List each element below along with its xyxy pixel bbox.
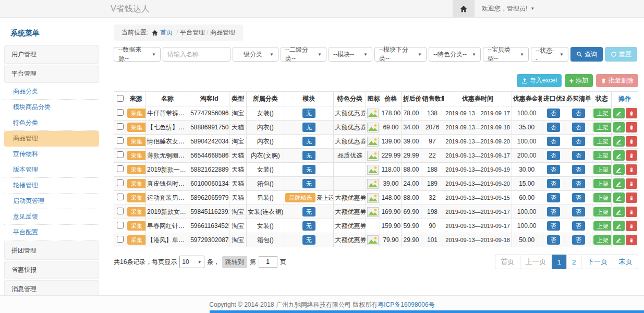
import-excel-button[interactable]: 导入excel: [517, 74, 562, 87]
row-checkbox[interactable]: [117, 151, 124, 158]
edit-button[interactable]: [613, 178, 625, 189]
sidebar-subitem-商品分类[interactable]: 商品分类: [4, 84, 99, 100]
delete-button[interactable]: [626, 164, 637, 175]
must-buy-toggle[interactable]: 否: [572, 165, 585, 175]
filter-select-一级分类[interactable]: 一级分类▼: [233, 47, 278, 62]
sidebar-item-平台管理[interactable]: 平台管理: [4, 65, 99, 83]
edit-button[interactable]: [613, 164, 625, 175]
imported-toggle[interactable]: 否: [547, 109, 560, 118]
imported-toggle[interactable]: 否: [547, 179, 560, 189]
sidebar-item-省惠快报[interactable]: 省惠快报: [4, 261, 99, 279]
status-badge[interactable]: 上架: [593, 235, 612, 245]
sidebar-item-拼团管理[interactable]: 拼团管理: [4, 242, 99, 260]
filter-select-数据来源[interactable]: --数据来源--▼: [114, 47, 161, 62]
sidebar-item-用户管理[interactable]: 用户管理: [4, 45, 99, 64]
product-name-input[interactable]: [163, 47, 230, 62]
imported-toggle[interactable]: 否: [547, 137, 560, 147]
row-checkbox[interactable]: [117, 137, 124, 144]
filter-select-状态[interactable]: --状态--▼: [531, 47, 568, 62]
must-buy-toggle[interactable]: 否: [572, 109, 585, 118]
sidebar-subitem-特色分类[interactable]: 特色分类: [4, 115, 99, 131]
filter-select-模块[interactable]: --模块--▼: [329, 47, 372, 62]
status-badge[interactable]: 上架: [593, 165, 612, 175]
row-checkbox[interactable]: [117, 222, 124, 228]
must-buy-toggle[interactable]: 否: [572, 151, 585, 161]
status-badge[interactable]: 上架: [593, 109, 612, 118]
imported-toggle[interactable]: 否: [547, 193, 560, 203]
pager-button-首页[interactable]: 首页: [495, 255, 520, 269]
must-buy-toggle[interactable]: 否: [572, 221, 585, 231]
delete-button[interactable]: [626, 221, 637, 231]
jump-button[interactable]: 跳转到: [222, 256, 247, 268]
filter-select-特色分类[interactable]: --特色分类--▼: [429, 47, 481, 62]
sidebar-subitem-意见反馈[interactable]: 意见反馈: [4, 209, 99, 225]
row-checkbox[interactable]: [117, 208, 124, 214]
edit-button[interactable]: [613, 221, 625, 231]
must-buy-toggle[interactable]: 否: [572, 235, 585, 245]
edit-button[interactable]: [613, 122, 625, 133]
status-badge[interactable]: 上架: [593, 193, 612, 203]
imported-toggle[interactable]: 否: [547, 221, 560, 231]
user-menu[interactable]: 欢迎您，管理员! ▼: [475, 4, 542, 13]
home-button[interactable]: [453, 0, 475, 17]
status-badge[interactable]: 上架: [593, 137, 612, 147]
pager-button-末页[interactable]: 末页: [613, 255, 638, 269]
edit-button[interactable]: [613, 192, 625, 203]
sidebar-subitem-启动页管理[interactable]: 启动页管理: [4, 194, 99, 209]
sidebar-subitem-宣传物料[interactable]: 宣传物料: [4, 147, 99, 162]
status-badge[interactable]: 上架: [593, 221, 612, 231]
status-badge[interactable]: 上架: [593, 123, 612, 133]
pager-button-上一页[interactable]: 上一页: [520, 255, 552, 269]
edit-button[interactable]: [613, 136, 625, 147]
imported-toggle[interactable]: 否: [547, 165, 560, 175]
edit-button[interactable]: [613, 207, 625, 217]
delete-button[interactable]: [626, 192, 637, 203]
breadcrumb-home-link[interactable]: 首页: [152, 28, 173, 37]
sidebar-subitem-平台配置[interactable]: 平台配置: [4, 225, 99, 240]
edit-button[interactable]: [613, 108, 625, 118]
row-checkbox[interactable]: [117, 194, 124, 200]
filter-select-二级分类[interactable]: --二级分类--▼: [281, 47, 326, 62]
sidebar-subitem-模块商品分类[interactable]: 模块商品分类: [4, 100, 99, 115]
filter-select-宝贝类型[interactable]: --宝贝类型--▼: [483, 47, 529, 62]
edit-button[interactable]: [613, 150, 625, 161]
sidebar-subitem-版本管理[interactable]: 版本管理: [4, 162, 99, 178]
must-buy-toggle[interactable]: 否: [572, 123, 585, 133]
edit-button[interactable]: [613, 235, 625, 245]
imported-toggle[interactable]: 否: [547, 207, 560, 217]
search-button[interactable]: 查询: [570, 47, 603, 62]
row-checkbox[interactable]: [117, 165, 124, 172]
row-checkbox[interactable]: [117, 109, 124, 116]
sidebar-subitem-轮播管理[interactable]: 轮播管理: [4, 178, 99, 194]
delete-button[interactable]: [626, 108, 637, 118]
status-badge[interactable]: 上架: [593, 207, 612, 217]
delete-button[interactable]: [626, 122, 637, 133]
pager-button-2[interactable]: 2: [566, 255, 581, 269]
delete-button[interactable]: [626, 150, 637, 161]
status-badge[interactable]: 上架: [593, 179, 612, 189]
must-buy-toggle[interactable]: 否: [572, 207, 585, 217]
sidebar-subitem-商品管理[interactable]: 商品管理: [4, 131, 99, 147]
must-buy-toggle[interactable]: 否: [572, 193, 585, 203]
status-badge[interactable]: 上架: [593, 151, 612, 161]
delete-button[interactable]: [626, 207, 637, 217]
row-checkbox[interactable]: [117, 179, 124, 186]
imported-toggle[interactable]: 否: [547, 151, 560, 161]
must-buy-toggle[interactable]: 否: [572, 179, 585, 189]
must-buy-toggle[interactable]: 否: [572, 137, 585, 147]
per-page-select[interactable]: 10 ▼: [179, 256, 204, 268]
row-checkbox[interactable]: [117, 123, 124, 130]
reset-button[interactable]: 重置: [605, 47, 637, 62]
select-all-checkbox[interactable]: [117, 95, 124, 102]
delete-button[interactable]: [626, 178, 637, 189]
icp-link[interactable]: 粤ICP备16098006号: [378, 300, 434, 309]
page-number-input[interactable]: [259, 256, 277, 268]
delete-button[interactable]: [626, 235, 637, 245]
delete-button[interactable]: [626, 136, 637, 147]
batch-delete-button[interactable]: 批量删除: [596, 74, 638, 87]
row-checkbox[interactable]: [117, 236, 124, 243]
filter-select-模块下分类[interactable]: --模块下分类--▼: [374, 47, 427, 62]
pager-button-下一页[interactable]: 下一页: [581, 255, 613, 269]
imported-toggle[interactable]: 否: [547, 235, 560, 245]
imported-toggle[interactable]: 否: [547, 123, 560, 133]
